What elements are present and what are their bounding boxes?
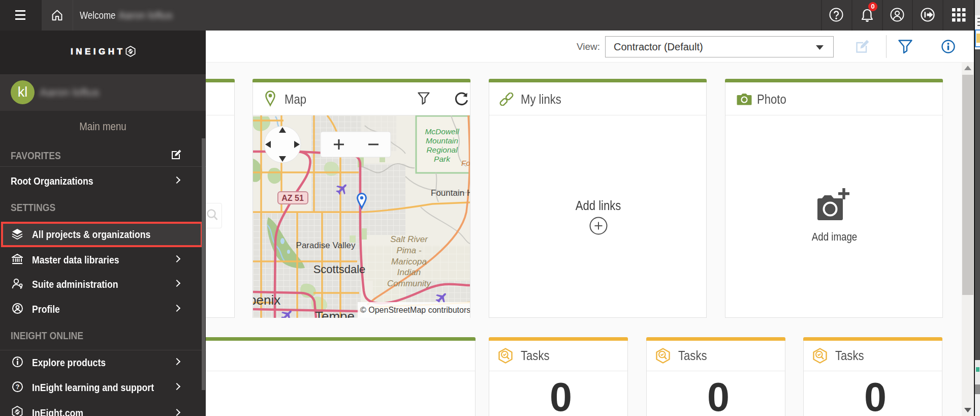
svg-text:Salt River: Salt River	[390, 234, 428, 244]
svg-text:Tempe: Tempe	[315, 309, 355, 318]
svg-text:Pima -: Pima -	[396, 246, 421, 255]
svg-text:Maricopa: Maricopa	[391, 257, 427, 266]
svg-text:For: For	[461, 159, 470, 167]
svg-text:Mountain: Mountain	[426, 136, 458, 145]
svg-text:McDowell: McDowell	[425, 127, 459, 136]
svg-text:Regional: Regional	[426, 145, 458, 154]
svg-text:Community: Community	[387, 279, 431, 288]
svg-text:AZ 51: AZ 51	[281, 194, 304, 202]
svg-text:Fountain H: Fountain H	[431, 188, 470, 198]
svg-text:?: ?	[16, 383, 20, 391]
svg-text:Paradise Valley: Paradise Valley	[296, 241, 356, 250]
svg-text:Indian: Indian	[397, 268, 421, 277]
svg-text:© OpenStreetMap contributors: © OpenStreetMap contributors	[360, 306, 470, 314]
svg-text:Scottsdale: Scottsdale	[313, 263, 366, 276]
svg-text:benix: benix	[253, 292, 280, 308]
svg-text:Park: Park	[434, 155, 451, 163]
